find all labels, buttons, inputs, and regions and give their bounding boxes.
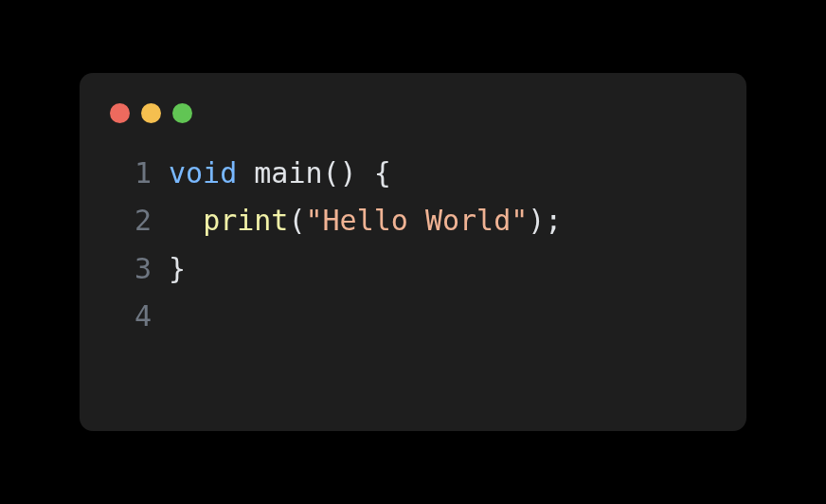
close-icon[interactable] xyxy=(110,103,130,123)
line-number: 2 xyxy=(116,197,152,244)
line-number: 3 xyxy=(116,245,152,293)
code-content: } xyxy=(169,245,186,293)
token-call: print xyxy=(203,204,288,237)
token-indent xyxy=(169,204,203,237)
code-area[interactable]: 1 void main() { 2 print("Hello World"); … xyxy=(116,150,710,341)
token-punct: () xyxy=(323,156,357,189)
code-content: print("Hello World"); xyxy=(169,197,562,244)
token-space xyxy=(237,156,254,189)
line-number: 4 xyxy=(116,293,152,340)
maximize-icon[interactable] xyxy=(172,103,192,123)
token-space xyxy=(357,156,374,189)
token-keyword: void xyxy=(169,156,237,189)
token-function: main xyxy=(254,156,322,189)
line-number: 1 xyxy=(116,150,152,197)
minimize-icon[interactable] xyxy=(141,103,161,123)
editor-window: 1 void main() { 2 print("Hello World"); … xyxy=(80,73,746,431)
code-content: void main() { xyxy=(169,150,391,197)
token-string: "Hello World" xyxy=(306,204,529,237)
code-line: 1 void main() { xyxy=(116,150,710,197)
token-punct: ); xyxy=(528,204,562,237)
token-punct: ( xyxy=(288,204,305,237)
token-punct: { xyxy=(374,156,391,189)
code-line: 4 xyxy=(116,293,710,340)
code-line: 2 print("Hello World"); xyxy=(116,197,710,244)
traffic-lights xyxy=(110,103,710,123)
code-line: 3 } xyxy=(116,245,710,293)
token-punct: } xyxy=(169,252,186,285)
